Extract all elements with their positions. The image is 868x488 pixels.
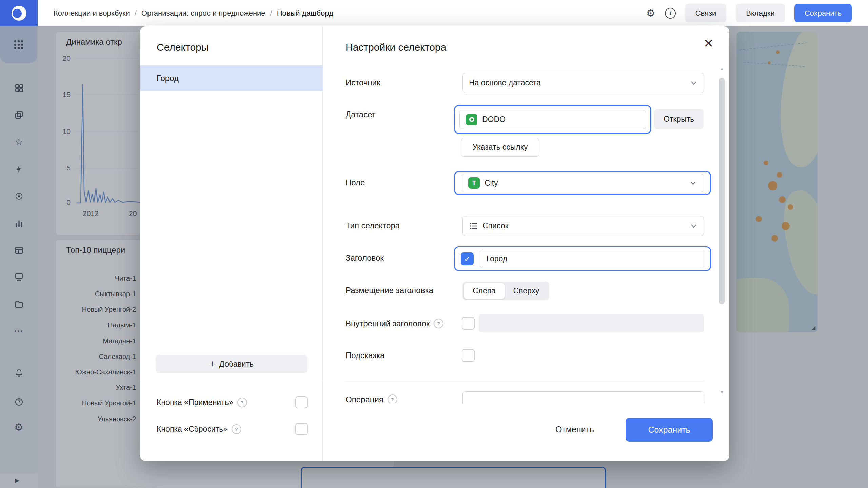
placement-left-option[interactable]: Слева [464, 283, 505, 299]
string-type-icon: T [468, 177, 480, 189]
selector-list-item-gorod[interactable]: Город [140, 65, 322, 91]
settings-gear-icon[interactable]: ⚙ [646, 8, 655, 18]
selector-settings-panel: Настройки селектора × Источник На основе… [323, 26, 729, 461]
links-button[interactable]: Связи [685, 4, 727, 22]
selector-type-label: Тип селектора [346, 221, 400, 230]
inner-title-label: Внутренний заголовок ? [346, 319, 443, 328]
selector-settings-modal: Селекторы Город + Добавить Кнопка «Приме… [140, 26, 729, 461]
inner-title-checkbox[interactable] [462, 317, 475, 330]
chevron-down-icon [690, 79, 697, 87]
source-label: Источник [346, 78, 380, 87]
reset-checkbox[interactable] [295, 423, 308, 435]
divider [140, 382, 322, 382]
plus-icon: + [209, 359, 215, 369]
scrollbar-thumb[interactable] [719, 78, 725, 304]
settings-panel-title: Настройки селектора [346, 42, 446, 53]
operation-label: Операция ? [346, 394, 397, 403]
apply-checkbox[interactable] [295, 396, 308, 408]
operation-row-clipped: Операция ? [323, 386, 729, 403]
selector-type-select[interactable]: Список [462, 216, 704, 236]
help-circle-icon[interactable]: ? [237, 398, 247, 407]
title-label: Заголовок [346, 253, 384, 263]
inner-title-input[interactable] [479, 314, 704, 332]
modal-save-button[interactable]: Сохранить [626, 418, 713, 442]
scroll-down-icon[interactable]: ▼ [717, 390, 727, 395]
open-dataset-button[interactable]: Открыть [654, 109, 704, 129]
chevron-down-icon [690, 222, 697, 230]
field-label: Поле [346, 178, 365, 187]
dataset-dodo-icon [466, 114, 477, 125]
divider [346, 381, 704, 381]
operation-select[interactable] [462, 391, 704, 403]
header-actions: ⚙ i Связи Вкладки Сохранить [646, 4, 868, 22]
scroll-up-icon[interactable]: ▲ [717, 66, 727, 72]
reset-button-row: Кнопка «Сбросить» ? [140, 421, 322, 437]
apply-button-row: Кнопка «Применить» ? [140, 394, 322, 410]
title-placement-label: Размещение заголовка [346, 286, 433, 295]
selectors-panel: Селекторы Город + Добавить Кнопка «Приме… [140, 26, 323, 461]
help-circle-icon[interactable]: ? [388, 394, 397, 403]
hint-checkbox[interactable] [462, 349, 475, 362]
apply-button-label: Кнопка «Применить» [157, 398, 233, 407]
title-checkbox[interactable]: ✓ [461, 252, 474, 265]
reset-button-label: Кнопка «Сбросить» [157, 425, 228, 434]
list-icon [469, 222, 482, 230]
header: Коллекции и воркбуки / Организации: спро… [0, 0, 868, 26]
dataset-focus-outline: DODO [454, 105, 651, 134]
chevron-down-icon [689, 179, 697, 187]
logo-icon [12, 6, 26, 21]
field-focus-outline: T City [454, 171, 711, 195]
breadcrumb-collections[interactable]: Коллекции и воркбуки [54, 9, 130, 18]
title-input[interactable] [480, 250, 704, 268]
breadcrumb-workbook[interactable]: Организации: спрос и предложение [141, 9, 265, 18]
dataset-label: Датасет [346, 110, 376, 119]
info-icon[interactable]: i [665, 8, 676, 19]
placement-top-option[interactable]: Сверху [505, 283, 548, 299]
help-circle-icon[interactable]: ? [232, 424, 241, 434]
tabs-button[interactable]: Вкладки [736, 4, 785, 22]
selectors-panel-title: Селекторы [157, 42, 209, 53]
source-select[interactable]: На основе датасета [462, 73, 704, 93]
header-save-button[interactable]: Сохранить [794, 4, 852, 22]
add-selector-button[interactable]: + Добавить [156, 355, 307, 373]
datalens-logo[interactable] [0, 0, 38, 26]
dataset-field[interactable]: DODO [459, 110, 646, 129]
specify-link-button[interactable]: Указать ссылку [461, 138, 539, 157]
cancel-button[interactable]: Отменить [548, 421, 602, 438]
title-placement-segmented: Слева Сверху [462, 282, 549, 300]
field-select[interactable]: T City [462, 174, 703, 192]
breadcrumb-current-dashboard: Новый дашборд [277, 9, 333, 18]
breadcrumb: Коллекции и воркбуки / Организации: спро… [54, 9, 333, 18]
title-focus-outline: ✓ [454, 246, 711, 271]
help-circle-icon[interactable]: ? [434, 319, 443, 328]
close-icon[interactable]: × [704, 35, 713, 51]
hint-label: Подсказка [346, 351, 385, 360]
